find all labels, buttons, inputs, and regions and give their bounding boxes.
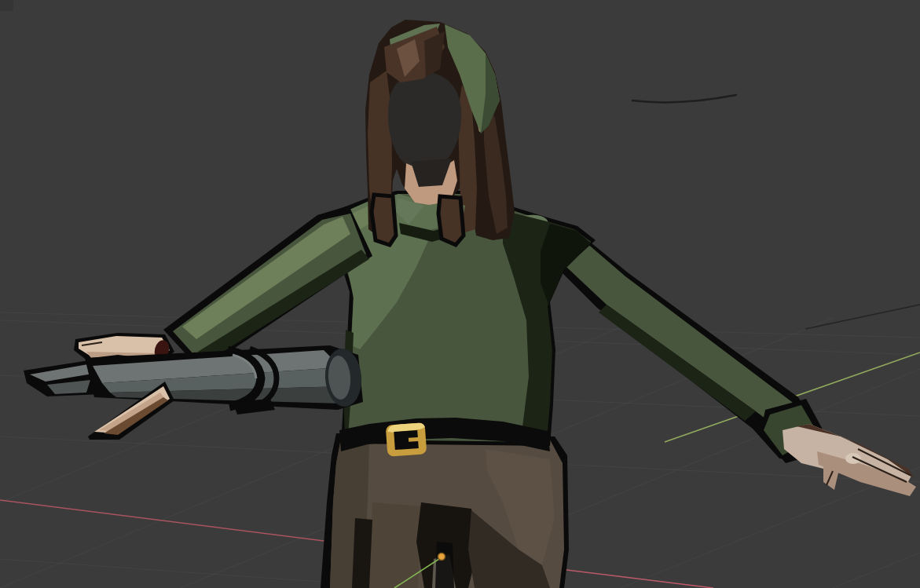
front-strand-left <box>372 195 396 245</box>
pants <box>321 433 569 588</box>
viewport-corner-patch <box>0 0 13 11</box>
3d-viewport[interactable] <box>0 0 920 588</box>
right-hand-highlight <box>845 453 861 464</box>
belt-buckle <box>386 422 427 456</box>
origin-dot[interactable] <box>438 553 445 561</box>
front-strand-right <box>438 196 464 245</box>
pants-left-leg-strip <box>352 518 372 588</box>
pants-center-slit <box>435 542 454 588</box>
